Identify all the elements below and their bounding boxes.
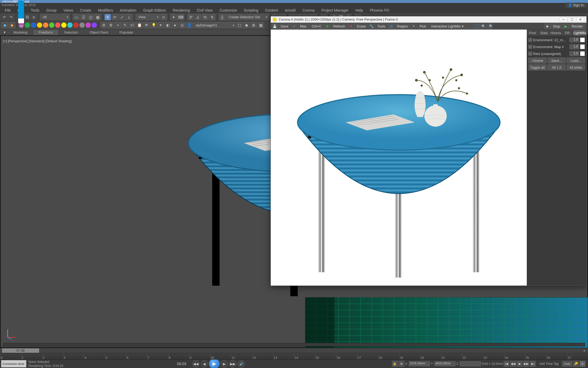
menu-modifiers[interactable]: Modifiers bbox=[95, 8, 116, 13]
goto-end-icon[interactable]: ▶| bbox=[530, 361, 536, 367]
lock-icon[interactable]: 🔒 bbox=[392, 361, 398, 367]
ribbon-objpaint[interactable]: Object Paint bbox=[84, 30, 113, 35]
dot-icon[interactable] bbox=[55, 22, 60, 28]
menu-tools[interactable]: Tools bbox=[28, 8, 43, 13]
expand-icon[interactable]: ▾ bbox=[2, 29, 7, 35]
tool-icon[interactable]: 🏷 bbox=[129, 22, 135, 28]
spinner-snap-icon[interactable]: ⇅ bbox=[209, 14, 215, 20]
region-rect-icon[interactable]: ◫ bbox=[87, 14, 94, 20]
menu-graph[interactable]: Graph Editors bbox=[140, 8, 169, 13]
ruler-tick[interactable]: 0 bbox=[0, 353, 21, 359]
menu-scripting[interactable]: Scripting bbox=[241, 8, 261, 13]
rest-swatch[interactable] bbox=[580, 51, 585, 56]
menu-corona[interactable]: Corona bbox=[299, 8, 318, 13]
region-button[interactable]: Region bbox=[395, 24, 410, 29]
ruler-tick[interactable]: 14 bbox=[294, 353, 315, 359]
max-expand-icon[interactable]: ⤢ bbox=[291, 24, 297, 29]
ruler-tick[interactable]: 1 bbox=[21, 353, 42, 359]
viewport-label[interactable]: [+] [Perspective] [Standard] [Default Sh… bbox=[3, 39, 72, 43]
pick-button[interactable]: Pick bbox=[417, 24, 428, 29]
maxscript-listener[interactable]: Conversion done bbox=[1, 360, 26, 367]
volume-button[interactable]: 🔊 bbox=[238, 360, 245, 367]
y-field[interactable]: 4416.29mm bbox=[434, 361, 456, 366]
step-back-button[interactable]: ◀ bbox=[201, 360, 208, 367]
select-name-icon[interactable]: ☰ bbox=[80, 14, 87, 20]
slider-arrow-icon[interactable]: ▸ bbox=[584, 349, 585, 352]
play-anim-icon[interactable]: ▶ bbox=[517, 361, 523, 367]
dot-icon[interactable] bbox=[31, 22, 36, 28]
ruler-tick[interactable]: 24 bbox=[504, 353, 525, 359]
ribbon-populate[interactable]: Populate bbox=[114, 30, 138, 35]
poly-damage-dropdown[interactable]: olyDamageV1 bbox=[193, 22, 235, 28]
auto-key-button[interactable]: Auto bbox=[562, 361, 572, 367]
scene-button[interactable]: >Scene bbox=[528, 58, 547, 63]
region-box-icon[interactable]: ◫ bbox=[388, 24, 394, 29]
menu-civilview[interactable]: Civil View bbox=[193, 8, 216, 13]
toggle-all-button[interactable]: Toggle all bbox=[528, 64, 547, 70]
tool-icon[interactable]: ⊞ bbox=[250, 22, 257, 28]
menu-views[interactable]: Views bbox=[60, 8, 76, 13]
tool-icon[interactable]: 📋 bbox=[136, 22, 143, 28]
tool-icon[interactable]: ▦ bbox=[258, 22, 264, 28]
env2-swatch[interactable] bbox=[580, 44, 585, 49]
tools-wrench-icon[interactable]: 🔧 bbox=[369, 24, 374, 29]
ruler-tick[interactable]: 13 bbox=[273, 353, 294, 359]
viewport-scrollbar[interactable] bbox=[3, 343, 585, 346]
track-ruler[interactable]: 0123456789101112131415161718192021222324… bbox=[0, 353, 588, 360]
dot-icon[interactable] bbox=[49, 22, 54, 28]
menu-phoenix[interactable]: Phoenix FD bbox=[367, 8, 392, 13]
tool-icon[interactable]: ⚙ bbox=[101, 22, 107, 28]
checkbox-rest[interactable]: ✓ bbox=[528, 52, 532, 55]
tool-icon[interactable]: 👁 bbox=[143, 22, 150, 28]
save-dropdown-icon[interactable]: 💾 bbox=[272, 24, 278, 29]
isolate-plus-icon[interactable]: ＋ bbox=[580, 361, 585, 367]
tab-lightmix[interactable]: LightMix bbox=[573, 30, 586, 36]
ruler-tick[interactable]: 8 bbox=[168, 353, 189, 359]
ruler-tick[interactable]: 27 bbox=[567, 353, 588, 359]
erase-icon[interactable]: ✕ bbox=[348, 24, 354, 29]
next-button[interactable]: ▶▶ bbox=[229, 360, 236, 367]
ruler-tick[interactable]: 2 bbox=[42, 353, 63, 359]
window-crossing-icon[interactable]: ▦ bbox=[94, 14, 101, 20]
x-field[interactable]: 1576.24mm bbox=[409, 361, 430, 366]
checkbox-env1[interactable]: ✓ bbox=[528, 38, 532, 42]
scale-icon[interactable]: ⤢ bbox=[119, 14, 125, 20]
render-play-icon[interactable]: ▶ bbox=[563, 24, 569, 29]
bind-icon[interactable]: ⎊ bbox=[31, 14, 37, 20]
ruler-tick[interactable]: 18 bbox=[378, 353, 399, 359]
dot-icon[interactable] bbox=[37, 22, 42, 28]
goto-start-icon[interactable]: |◀ bbox=[504, 361, 509, 367]
select-icon[interactable]: ▭ bbox=[73, 14, 79, 20]
dot-icon[interactable] bbox=[86, 22, 91, 28]
menu-animation[interactable]: Animation bbox=[117, 8, 139, 13]
prev-button[interactable]: ◀◀ bbox=[192, 360, 200, 367]
tab-history[interactable]: History bbox=[550, 30, 562, 36]
env1-value[interactable]: 1.0 bbox=[570, 38, 579, 42]
zoom-out-icon[interactable]: 🔎 bbox=[487, 24, 493, 29]
uv-viewport[interactable] bbox=[305, 297, 588, 348]
ribbon-freeform[interactable]: Freeform bbox=[34, 30, 58, 35]
dot-icon[interactable] bbox=[67, 22, 73, 28]
manip-icon[interactable]: ✦ bbox=[170, 14, 177, 20]
stop-button[interactable]: Stop bbox=[551, 24, 563, 29]
dot-icon[interactable] bbox=[43, 22, 48, 28]
vfb-render-image[interactable] bbox=[271, 30, 527, 286]
z-field[interactable] bbox=[460, 361, 481, 366]
plugin-icon-2[interactable]: ◆ bbox=[9, 22, 15, 28]
frame-slider-handle[interactable]: 0 / 30 bbox=[2, 348, 39, 353]
ruler-tick[interactable]: 4 bbox=[84, 353, 105, 359]
edit-selset-icon[interactable]: {} bbox=[219, 14, 225, 20]
pick-eyedropper-icon[interactable]: ⌖ bbox=[411, 24, 416, 29]
ruler-tick[interactable]: 17 bbox=[357, 353, 378, 359]
tool-icon[interactable]: 👤 bbox=[186, 22, 192, 28]
zoom-fit-icon[interactable]: ⛶ bbox=[474, 24, 480, 29]
plugin-icon-1[interactable]: ◆ bbox=[2, 22, 8, 28]
corona-vfb-window[interactable]: Corona 4 (Hotfix 1) | 2000×2000px (1:2) … bbox=[271, 16, 587, 286]
zoom-in-icon[interactable]: 🔍 bbox=[481, 24, 486, 29]
close-icon[interactable]: ✕ bbox=[576, 17, 584, 22]
sign-in-button[interactable]: 👤 Sign In bbox=[565, 3, 586, 8]
ruler-tick[interactable]: 6 bbox=[126, 353, 147, 359]
refresh-button[interactable]: Refresh bbox=[331, 24, 348, 29]
selection-filter-dropdown[interactable]: All bbox=[40, 14, 69, 20]
ruler-tick[interactable]: 15 bbox=[315, 353, 336, 359]
